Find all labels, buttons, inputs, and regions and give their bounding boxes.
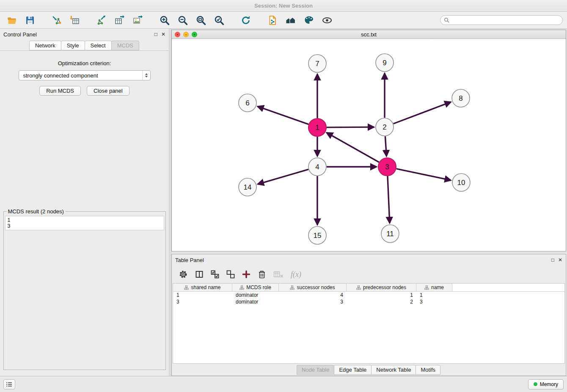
- network-graph[interactable]: 7968124314101511: [172, 39, 566, 251]
- edge-2-8[interactable]: [394, 102, 451, 124]
- zoom-selected-button[interactable]: [212, 14, 226, 27]
- select-stepper-icon: [142, 71, 150, 80]
- control-tab-network[interactable]: Network: [29, 41, 61, 50]
- column-header-successor-nodes[interactable]: successor nodes: [279, 284, 347, 292]
- cell-shared-name: 1: [173, 292, 232, 298]
- cell-successor-nodes: 4: [279, 292, 347, 298]
- close-panel-icon[interactable]: ✕: [161, 32, 165, 37]
- control-tab-mcds[interactable]: MCDS: [111, 41, 139, 50]
- node-6[interactable]: 6: [239, 94, 256, 112]
- node-1[interactable]: 1: [308, 119, 326, 136]
- mcds-panel: Optimization criterion: strongly connect…: [0, 50, 169, 376]
- table-row[interactable]: 3dominator323: [173, 298, 564, 305]
- column-header-predecessor-nodes[interactable]: predecessor nodes: [347, 284, 416, 292]
- select-all-columns-button[interactable]: [211, 270, 219, 279]
- float-table-panel-icon[interactable]: □: [551, 257, 554, 262]
- node-7[interactable]: 7: [308, 55, 326, 72]
- import-table-icon: [69, 15, 80, 26]
- show-hide-button[interactable]: [319, 14, 334, 27]
- node-15[interactable]: 15: [308, 226, 326, 244]
- svg-text:14: 14: [244, 183, 252, 191]
- open-session-button[interactable]: [4, 14, 19, 27]
- show-columns-button[interactable]: [195, 270, 204, 279]
- float-panel-icon[interactable]: □: [154, 32, 157, 37]
- node-4[interactable]: 4: [308, 158, 326, 176]
- node-8[interactable]: 8: [452, 89, 470, 107]
- node-14[interactable]: 14: [239, 178, 256, 196]
- apply-layout-button[interactable]: [238, 14, 253, 27]
- column-type-icon: [290, 285, 295, 290]
- delete-columns-button[interactable]: [258, 270, 266, 279]
- unselect-all-columns-button[interactable]: [226, 270, 235, 279]
- search-input[interactable]: [451, 17, 559, 23]
- main-toolbar: [0, 12, 567, 29]
- export-image-button[interactable]: [130, 14, 145, 27]
- zoom-window-icon[interactable]: +: [192, 32, 197, 37]
- node-10[interactable]: 10: [452, 174, 470, 191]
- close-panel-button[interactable]: Close panel: [87, 86, 129, 96]
- table-row[interactable]: 1dominator411: [173, 292, 564, 298]
- export-document-button[interactable]: [265, 14, 280, 27]
- table-header-row: shared nameMCDS rolesuccessor nodesprede…: [173, 284, 564, 292]
- close-table-panel-icon[interactable]: ✕: [558, 257, 562, 262]
- minimize-window-icon[interactable]: −: [183, 32, 189, 37]
- memory-button[interactable]: Memory: [528, 379, 564, 389]
- zoom-fit-button[interactable]: [193, 14, 208, 27]
- save-session-button[interactable]: [22, 14, 37, 27]
- eye-icon: [322, 15, 333, 26]
- control-panel-tabs: NetworkStyleSelectMCDS: [0, 40, 169, 50]
- table-tab-edge-table[interactable]: Edge Table: [334, 365, 372, 375]
- control-tab-style[interactable]: Style: [61, 41, 85, 50]
- control-panel-header: Control Panel □ ✕: [0, 29, 169, 40]
- cell-mcds-role: dominator: [232, 298, 279, 305]
- control-tab-select[interactable]: Select: [85, 41, 112, 50]
- close-window-icon[interactable]: ×: [175, 32, 180, 37]
- import-network-button[interactable]: [49, 14, 64, 27]
- export-network-button[interactable]: [94, 14, 109, 27]
- zoom-selected-icon: [214, 15, 225, 26]
- mcds-result-list[interactable]: 1 3: [5, 216, 164, 230]
- home-button[interactable]: [283, 14, 298, 27]
- network-window: × − + scc.txt 7968124314101511: [171, 30, 566, 251]
- zoom-out-button[interactable]: [175, 14, 190, 27]
- node-9[interactable]: 9: [376, 54, 394, 72]
- zoom-out-icon: [177, 15, 188, 26]
- column-header-shared-name[interactable]: shared name: [173, 284, 232, 292]
- run-mcds-button[interactable]: Run MCDS: [39, 86, 81, 96]
- edge-3-10[interactable]: [396, 169, 451, 180]
- create-column-button[interactable]: [242, 270, 250, 279]
- node-11[interactable]: 11: [381, 225, 399, 243]
- network-canvas[interactable]: 7968124314101511: [172, 39, 566, 251]
- import-table-button[interactable]: [67, 14, 82, 27]
- table-settings-button[interactable]: [179, 270, 188, 279]
- edge-3-1[interactable]: [327, 133, 379, 162]
- edge-2-3[interactable]: [385, 136, 386, 156]
- edge-4-14[interactable]: [258, 169, 308, 184]
- node-table: shared nameMCDS rolesuccessor nodesprede…: [173, 283, 565, 364]
- column-header-mcds-role[interactable]: MCDS role: [232, 284, 279, 292]
- table-tabs: Node TableEdge TableNetwork TableMotifs: [172, 364, 566, 375]
- edge-3-11[interactable]: [388, 176, 390, 223]
- export-table-button[interactable]: [112, 14, 127, 27]
- search-icon: [444, 17, 449, 23]
- criterion-select[interactable]: strongly connected component: [19, 70, 151, 80]
- cell-shared-name: 3: [173, 298, 232, 305]
- refresh-icon: [240, 15, 251, 26]
- node-2[interactable]: 2: [376, 118, 394, 136]
- column-type-icon: [356, 285, 361, 290]
- edge-1-2[interactable]: [327, 127, 374, 127]
- table-tab-network-table[interactable]: Network Table: [371, 365, 416, 375]
- table-tab-node-table[interactable]: Node Table: [297, 365, 335, 375]
- table-tab-motifs[interactable]: Motifs: [416, 365, 440, 375]
- optimization-label: Optimization criterion:: [58, 60, 111, 66]
- status-bar: Memory: [0, 376, 567, 392]
- edge-1-6[interactable]: [258, 106, 309, 124]
- column-header-name[interactable]: name: [416, 284, 452, 292]
- cell-name: 1: [416, 292, 452, 298]
- style-button[interactable]: [301, 14, 316, 27]
- panel-list-button[interactable]: [3, 379, 15, 389]
- main-area: Control Panel □ ✕ NetworkStyleSelectMCDS…: [0, 29, 567, 376]
- node-3[interactable]: 3: [378, 158, 396, 176]
- zoom-in-button[interactable]: [157, 14, 172, 27]
- svg-text:4: 4: [315, 163, 319, 171]
